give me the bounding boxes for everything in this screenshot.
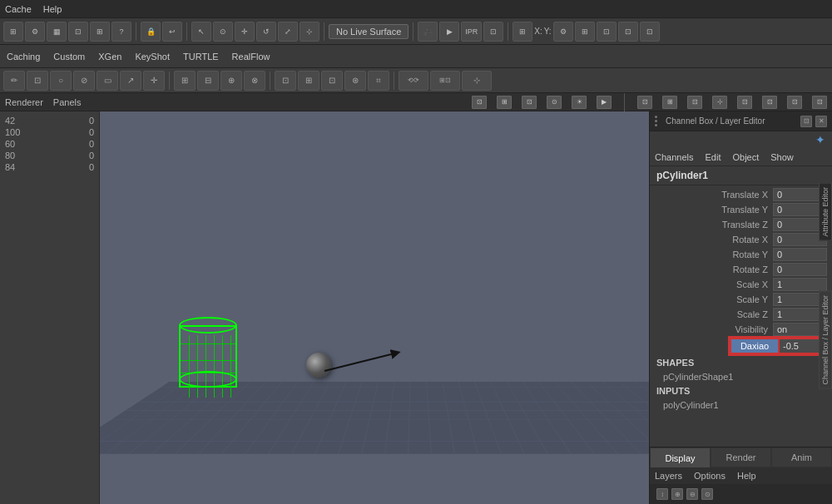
shelf-btn-14[interactable]: ⌗ <box>368 71 389 91</box>
shelf-btn-box[interactable]: ⊡ <box>27 71 48 91</box>
toolbar-btn-1[interactable]: ⊞ <box>3 22 23 42</box>
attr-visibility[interactable]: Visibility on <box>650 322 832 337</box>
menu-help[interactable]: Help <box>43 4 62 14</box>
panel-btn-9[interactable]: ⊡ <box>687 96 702 109</box>
select-tool[interactable]: ↖ <box>191 22 211 42</box>
shelf-btn-15[interactable]: ⟲⟳ <box>399 71 428 91</box>
shelf-btn-arrow[interactable]: ↗ <box>120 71 141 91</box>
footer-icon-3[interactable]: ⊖ <box>686 488 698 500</box>
ipr-btn[interactable]: IPR <box>461 22 482 42</box>
lasso-tool[interactable]: ⊙ <box>213 22 233 42</box>
panel-btn-4[interactable]: ⊙ <box>547 96 562 109</box>
shelf-btn-16[interactable]: ⊞⊡ <box>430 71 460 91</box>
tab-xgen[interactable]: XGen <box>98 52 121 62</box>
tab-display[interactable]: Display <box>650 447 711 467</box>
attr-translate-z[interactable]: Translate Z 0 <box>650 217 832 232</box>
panel-btn-6[interactable]: ▶ <box>597 96 612 109</box>
shelf-btn-cylinder[interactable]: ⊘ <box>73 71 95 91</box>
scale-tool[interactable]: ⤢ <box>278 22 298 42</box>
camera-btn[interactable]: 🎥 <box>418 22 438 42</box>
shelf-btn-sphere[interactable]: ○ <box>50 71 72 91</box>
shapes-item-cylinder[interactable]: pCylinderShape1 <box>650 370 832 383</box>
tab-realflow[interactable]: RealFlow <box>232 52 270 62</box>
tab-anim[interactable]: Anim <box>771 447 832 467</box>
object-name[interactable]: pCylinder1 <box>650 166 832 185</box>
shelf-btn-plane[interactable]: ▭ <box>97 71 118 91</box>
menu-cache[interactable]: Cache <box>5 4 32 14</box>
footer-icon-2[interactable]: ⊕ <box>671 488 683 500</box>
attr-translate-x[interactable]: Translate X 0 <box>650 187 832 202</box>
tab-render[interactable]: Render <box>711 447 771 467</box>
attr-daxiao[interactable]: Daxiao -0.5 <box>650 337 832 355</box>
channel-box-float-btn[interactable]: ⊡ <box>800 116 812 127</box>
panel-btn-8[interactable]: ⊞ <box>662 96 677 109</box>
attr-translate-y[interactable]: Translate Y 0 <box>650 202 832 217</box>
shelf-btn-move[interactable]: ✛ <box>143 71 165 91</box>
cylinder-object[interactable] <box>179 317 237 388</box>
menu-show[interactable]: Show <box>770 152 794 162</box>
shelf-btn-6[interactable]: ⊞ <box>174 71 196 91</box>
footer-icon-4[interactable]: ⊙ <box>701 488 713 500</box>
attr-scale-z[interactable]: Scale Z 1 <box>650 307 832 322</box>
submenu-help[interactable]: Help <box>737 471 756 481</box>
shelf-btn-10[interactable]: ⊡ <box>275 71 296 91</box>
tab-caching[interactable]: Caching <box>7 52 40 62</box>
panel-btn-2[interactable]: ⊞ <box>497 96 512 109</box>
snap-grid-btn[interactable]: ⊞ <box>513 22 532 42</box>
tab-turtle[interactable]: TURTLE <box>183 52 219 62</box>
extra-btn-1[interactable]: ⊞ <box>575 22 595 42</box>
attribute-editor-tab[interactable]: Attribute Editor <box>819 183 832 241</box>
panel-btn-12[interactable]: ⊡ <box>762 96 777 109</box>
move-tool[interactable]: ✛ <box>235 22 255 42</box>
panel-menu-panels[interactable]: Panels <box>53 97 82 107</box>
extra-btn-2[interactable]: ⊡ <box>597 22 617 42</box>
toolbar-btn-2[interactable]: ⚙ <box>25 22 45 42</box>
panel-btn-14[interactable]: ⊡ <box>812 96 827 109</box>
panel-btn-13[interactable]: ⊡ <box>787 96 802 109</box>
tab-keyshot[interactable]: KeyShot <box>135 52 170 62</box>
shelf-btn-12[interactable]: ⊡ <box>321 71 343 91</box>
toolbar-btn-3[interactable]: ▦ <box>47 22 67 42</box>
no-live-surface-btn[interactable]: No Live Surface <box>329 24 409 39</box>
footer-icon-1[interactable]: ↕ <box>656 488 668 500</box>
transform-tool[interactable]: ⊹ <box>300 22 319 42</box>
channel-box-layer-tab[interactable]: Channel Box / Layer Editor <box>819 291 832 389</box>
panel-btn-3[interactable]: ⊡ <box>522 96 537 109</box>
shelf-btn-13[interactable]: ⊛ <box>344 71 366 91</box>
channel-box-close-btn[interactable]: ✕ <box>815 116 827 127</box>
render-view-btn[interactable]: ⊡ <box>483 22 503 42</box>
submenu-layers[interactable]: Layers <box>655 471 682 481</box>
shelf-btn-9[interactable]: ⊗ <box>244 71 265 91</box>
toolbar-btn-5[interactable]: ⊞ <box>90 22 110 42</box>
panel-menu-renderer[interactable]: Renderer <box>5 97 43 107</box>
toolbar-btn-8[interactable]: ↩ <box>162 22 182 42</box>
toolbar-btn-4[interactable]: ⊡ <box>68 22 88 42</box>
panel-btn-5[interactable]: ☀ <box>572 96 587 109</box>
tab-custom[interactable]: Custom <box>53 52 85 62</box>
shelf-btn-8[interactable]: ⊕ <box>220 71 242 91</box>
toolbar-btn-7[interactable]: 🔒 <box>141 22 161 42</box>
rotate-tool[interactable]: ↺ <box>256 22 276 42</box>
submenu-options[interactable]: Options <box>694 471 726 481</box>
panel-btn-11[interactable]: ⊡ <box>737 96 752 109</box>
panel-btn-10[interactable]: ⊹ <box>712 96 727 109</box>
shelf-btn-17[interactable]: ⊹ <box>462 71 492 91</box>
menu-channels[interactable]: Channels <box>655 152 693 162</box>
extra-btn-3[interactable]: ⊡ <box>618 22 638 42</box>
menu-object[interactable]: Object <box>732 152 759 162</box>
toolbar-btn-6[interactable]: ? <box>111 22 131 42</box>
daxiao-label[interactable]: Daxiao <box>730 338 780 354</box>
attr-scale-x[interactable]: Scale X 1 <box>650 277 832 292</box>
shelf-btn-11[interactable]: ⊞ <box>298 71 319 91</box>
panel-btn-1[interactable]: ⊡ <box>472 96 487 109</box>
shelf-btn-pencil[interactable]: ✏ <box>3 71 25 91</box>
extra-btn-4[interactable]: ⊡ <box>640 22 660 42</box>
attr-rotate-x[interactable]: Rotate X 0 <box>650 232 832 247</box>
settings-btn[interactable]: ⚙ <box>553 22 573 42</box>
render-btn[interactable]: ▶ <box>439 22 459 42</box>
menu-edit[interactable]: Edit <box>705 152 721 162</box>
attr-scale-y[interactable]: Scale Y 1 <box>650 292 832 307</box>
panel-btn-7[interactable]: ⊡ <box>637 96 652 109</box>
shelf-btn-7[interactable]: ⊟ <box>197 71 219 91</box>
attr-rotate-y[interactable]: Rotate Y 0 <box>650 247 832 262</box>
